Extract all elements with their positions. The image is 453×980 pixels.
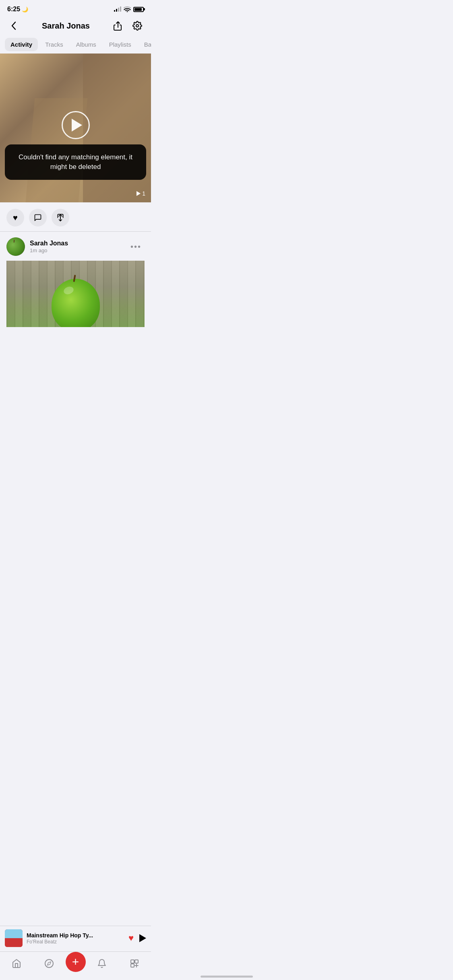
error-message: Couldn't find any matching element, it m… bbox=[19, 153, 132, 171]
tabs-bar: Activity Tracks Albums Playlists Bands bbox=[0, 38, 151, 51]
moon-icon: 🌙 bbox=[22, 6, 28, 12]
post-image bbox=[6, 261, 145, 327]
post-apple-image bbox=[52, 279, 100, 327]
share-action-button[interactable] bbox=[52, 209, 69, 226]
page-title: Sarah Jonas bbox=[21, 21, 111, 31]
like-button[interactable]: ♥ bbox=[6, 209, 24, 226]
video-counter: 1 bbox=[137, 190, 145, 197]
tab-albums[interactable]: Albums bbox=[70, 38, 102, 51]
video-post[interactable]: Couldn't find any matching element, it m… bbox=[0, 54, 151, 202]
post-info: Sarah Jonas 1m ago bbox=[30, 240, 68, 253]
counter-play-icon bbox=[137, 191, 141, 196]
error-toast: Couldn't find any matching element, it m… bbox=[5, 144, 146, 180]
post-user: Sarah Jonas 1m ago bbox=[6, 237, 68, 256]
apple-highlight bbox=[62, 285, 74, 295]
header-actions bbox=[111, 19, 145, 33]
play-triangle-icon bbox=[72, 119, 82, 132]
header: Sarah Jonas bbox=[0, 15, 151, 38]
comment-button[interactable] bbox=[29, 209, 47, 226]
tab-playlists[interactable]: Playlists bbox=[103, 38, 137, 51]
comment-icon bbox=[34, 214, 42, 222]
status-time: 6:25 bbox=[7, 6, 20, 13]
status-bar: 6:25 🌙 bbox=[0, 0, 151, 15]
tab-bands[interactable]: Bands bbox=[139, 38, 151, 51]
post-header: Sarah Jonas 1m ago ••• bbox=[6, 237, 145, 256]
share-action-icon bbox=[56, 214, 64, 222]
avatar bbox=[6, 237, 25, 256]
play-button[interactable] bbox=[62, 111, 90, 139]
status-icons bbox=[114, 6, 144, 12]
post-item: Sarah Jonas 1m ago ••• bbox=[0, 232, 151, 327]
wifi-icon bbox=[124, 6, 131, 12]
counter-number: 1 bbox=[142, 190, 145, 197]
tab-tracks[interactable]: Tracks bbox=[39, 38, 68, 51]
heart-icon: ♥ bbox=[13, 213, 18, 222]
share-button[interactable] bbox=[111, 19, 125, 33]
settings-button[interactable] bbox=[130, 19, 145, 33]
action-row: ♥ bbox=[0, 202, 151, 231]
post-time: 1m ago bbox=[30, 247, 68, 253]
tab-activity[interactable]: Activity bbox=[5, 38, 38, 51]
avatar-image bbox=[6, 237, 25, 256]
back-button[interactable] bbox=[6, 19, 21, 33]
signal-bars-icon bbox=[114, 7, 121, 12]
post-username: Sarah Jonas bbox=[30, 240, 68, 247]
svg-point-0 bbox=[136, 25, 139, 27]
more-options-button[interactable]: ••• bbox=[127, 241, 145, 253]
battery-icon bbox=[133, 7, 144, 12]
